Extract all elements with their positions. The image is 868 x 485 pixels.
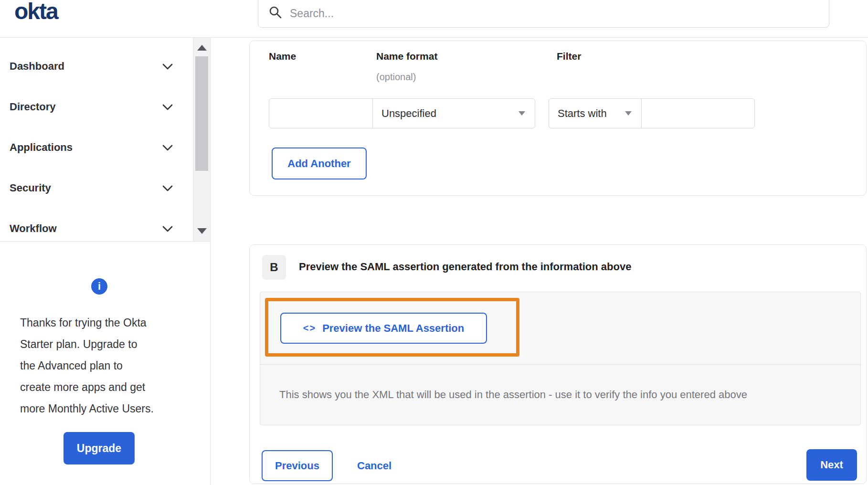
name-format-selected-value: Unspecified — [381, 107, 436, 120]
sidebar-item-label: Applications — [10, 141, 73, 154]
promo-text-line: more Monthly Active Users. — [20, 398, 154, 420]
search-input[interactable] — [289, 7, 829, 21]
filter-operator-select[interactable]: Starts with — [549, 98, 642, 128]
scrollbar-thumb[interactable] — [195, 56, 208, 171]
caret-down-icon — [625, 111, 632, 116]
sidebar-item[interactable]: Security — [0, 168, 193, 208]
promo-text-line: create more apps and get — [20, 377, 154, 398]
name-format-optional-hint: (optional) — [376, 72, 416, 83]
sidebar-item[interactable]: Applications — [0, 127, 193, 168]
promo-text-line: Thanks for trying the Okta — [20, 312, 154, 334]
upgrade-button[interactable]: Upgrade — [64, 432, 135, 464]
promo-text-line: Starter plan. Upgrade to — [20, 334, 154, 355]
preview-saml-assertion-button[interactable]: <> Preview the SAML Assertion — [280, 313, 487, 344]
chevron-down-icon — [162, 60, 173, 73]
next-button[interactable]: Next — [806, 449, 857, 481]
name-column-label: Name — [269, 51, 296, 62]
saml-preview-card: B Preview the SAML assertion generated f… — [249, 244, 867, 484]
preview-section-title: Preview the SAML assertion generated fro… — [299, 261, 631, 273]
sidebar-item-label: Workflow — [10, 222, 57, 235]
filter-column-label: Filter — [557, 51, 581, 62]
chevron-down-icon — [162, 222, 173, 235]
sidebar-nav: Dashboard Directory Applications — [0, 38, 211, 242]
search-icon — [269, 6, 282, 21]
preview-saml-assertion-label: Preview the SAML Assertion — [322, 322, 464, 335]
preview-button-area: <> Preview the SAML Assertion — [260, 292, 860, 365]
scroll-down-arrow-icon[interactable] — [197, 228, 207, 234]
attribute-statement-card: Name Name format (optional) Filter Unspe… — [249, 41, 867, 196]
global-search[interactable] — [258, 0, 829, 28]
sidebar-item-label: Security — [10, 182, 51, 194]
chevron-down-icon — [162, 182, 173, 194]
filter-operator-selected-value: Starts with — [558, 107, 607, 120]
caret-down-icon — [519, 111, 525, 116]
name-format-column-label: Name format — [376, 51, 437, 62]
sidebar-item[interactable]: Dashboard — [0, 46, 193, 86]
step-b-badge: B — [262, 255, 286, 280]
preview-panel: <> Preview the SAML Assertion This shows… — [260, 292, 861, 425]
promo-text-line: the Advanced plan to — [20, 355, 154, 377]
info-icon: i — [91, 278, 107, 295]
chevron-down-icon — [162, 101, 173, 113]
okta-logo: okta — [14, 0, 58, 24]
sidebar-promo-panel: i Thanks for trying the OktaStarter plan… — [0, 242, 211, 485]
add-another-button[interactable]: Add Another — [272, 148, 367, 179]
sidebar-item[interactable]: Directory — [0, 86, 193, 127]
promo-text: Thanks for trying the OktaStarter plan. … — [20, 312, 154, 420]
top-header: okta — [0, 0, 868, 38]
preview-description: This shows you the XML that will be used… — [260, 365, 860, 424]
attribute-name-input[interactable] — [269, 98, 373, 128]
name-format-select[interactable]: Unspecified — [372, 98, 535, 128]
sidebar-nav-list: Dashboard Directory Applications — [0, 46, 193, 249]
chevron-down-icon — [162, 141, 173, 154]
scroll-up-arrow-icon[interactable] — [197, 45, 207, 51]
previous-button[interactable]: Previous — [262, 450, 333, 481]
okta-admin-page: okta Dashboard — [0, 0, 868, 485]
sidebar-scrollbar[interactable] — [193, 38, 210, 241]
code-icon: <> — [303, 323, 316, 334]
sidebar-item-label: Directory — [10, 101, 56, 113]
sidebar-item-label: Dashboard — [10, 60, 64, 73]
cancel-link[interactable]: Cancel — [357, 450, 392, 481]
filter-value-input[interactable] — [641, 98, 755, 128]
